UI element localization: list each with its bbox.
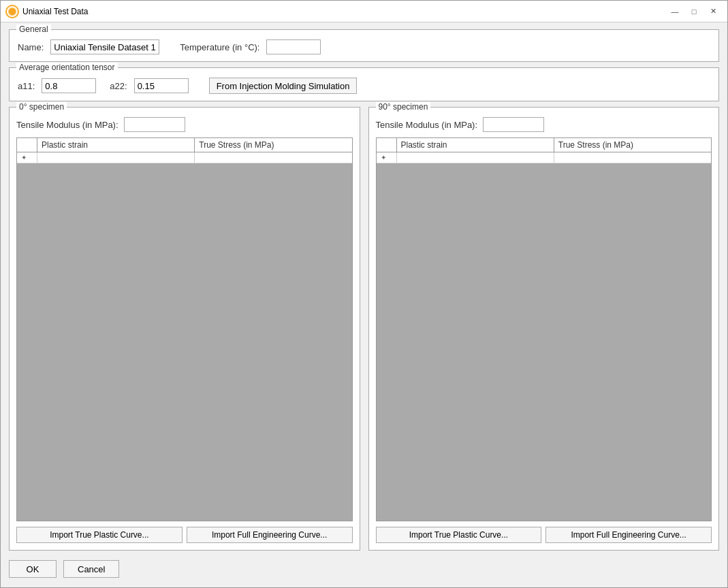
a22-input[interactable] xyxy=(134,78,189,93)
name-label: Name: xyxy=(18,42,44,52)
general-row: Name: Temperature (in °C): xyxy=(18,39,710,54)
specimen-90-label: 90° specimen xyxy=(376,102,431,112)
table-90-header: Plastic strain True Stress (in MPa) xyxy=(377,138,712,152)
orientation-section-label: Average orientation tensor xyxy=(16,63,118,72)
tensile-90-row: Tensile Modulus (in MPa): xyxy=(376,117,712,132)
app-icon xyxy=(6,5,18,18)
tensile-0-row: Tensile Modulus (in MPa): xyxy=(16,117,353,132)
th-90-stress: True Stress (in MPa) xyxy=(554,138,711,152)
th-0-stress: True Stress (in MPa) xyxy=(195,138,351,152)
a11-input[interactable] xyxy=(42,78,96,93)
a11-label: a11: xyxy=(18,81,35,91)
injection-molding-button[interactable]: From Injection Molding Simulation xyxy=(209,78,358,94)
td-0-1-num: ✦ xyxy=(17,152,37,163)
tensile-90-input[interactable] xyxy=(483,117,544,132)
orientation-section: Average orientation tensor a11: a22: Fro… xyxy=(9,67,719,101)
general-section-label: General xyxy=(16,24,51,34)
table-90-body xyxy=(377,163,712,521)
name-input[interactable] xyxy=(50,39,159,54)
th-0-num xyxy=(17,138,37,152)
td-90-1-stress xyxy=(554,152,711,163)
td-90-1-num: ✦ xyxy=(377,152,397,163)
import-90-row: Import True Plastic Curve... Import Full… xyxy=(376,527,712,543)
ok-button[interactable]: OK xyxy=(9,560,57,578)
import-true-plastic-0-button[interactable]: Import True Plastic Curve... xyxy=(16,527,183,543)
minimize-button[interactable]: — xyxy=(666,4,684,19)
main-window: Uniaxial Test Data — □ ✕ General Name: T… xyxy=(0,0,728,588)
import-true-plastic-90-button[interactable]: Import True Plastic Curve... xyxy=(376,527,542,543)
th-90-num xyxy=(377,138,397,152)
maximize-button[interactable]: □ xyxy=(685,4,703,19)
cancel-button[interactable]: Cancel xyxy=(63,560,119,578)
close-button[interactable]: ✕ xyxy=(704,4,722,19)
specimen-0-section: 0° specimen Tensile Modulus (in MPa): Pl… xyxy=(9,107,360,551)
import-full-engineering-0-button[interactable]: Import Full Engineering Curve... xyxy=(187,527,353,543)
footer: OK Cancel xyxy=(9,556,719,581)
specimen-0-label: 0° specimen xyxy=(16,102,67,112)
general-section: General Name: Temperature (in °C): xyxy=(9,29,719,62)
a22-label: a22: xyxy=(110,81,127,91)
tensile-90-label: Tensile Modulus (in MPa): xyxy=(376,120,478,130)
th-90-strain: Plastic strain xyxy=(397,138,554,152)
title-bar: Uniaxial Test Data — □ ✕ xyxy=(1,1,727,22)
temperature-label: Temperature (in °C): xyxy=(180,42,259,52)
table-0: Plastic strain True Stress (in MPa) ✦ xyxy=(16,137,353,521)
table-90: Plastic strain True Stress (in MPa) ✦ xyxy=(376,137,712,521)
th-0-strain: Plastic strain xyxy=(37,138,195,152)
temperature-input[interactable] xyxy=(266,39,321,54)
import-0-row: Import True Plastic Curve... Import Full… xyxy=(16,527,353,543)
orientation-row: a11: a22: From Injection Molding Simulat… xyxy=(18,78,710,94)
tensile-0-input[interactable] xyxy=(124,117,185,132)
specimens-container: 0° specimen Tensile Modulus (in MPa): Pl… xyxy=(9,107,719,551)
window-controls: — □ ✕ xyxy=(666,4,722,19)
td-0-1-strain xyxy=(37,152,195,163)
specimen-90-section: 90° specimen Tensile Modulus (in MPa): P… xyxy=(368,107,720,551)
table-0-header: Plastic strain True Stress (in MPa) xyxy=(17,138,352,152)
table-row-0-1: ✦ xyxy=(17,152,352,163)
import-full-engineering-90-button[interactable]: Import Full Engineering Curve... xyxy=(545,527,712,543)
td-90-1-strain xyxy=(397,152,554,163)
table-0-body xyxy=(17,163,352,521)
main-content: General Name: Temperature (in °C): Avera… xyxy=(1,22,727,587)
table-row-90-1: ✦ xyxy=(377,152,712,163)
window-title: Uniaxial Test Data xyxy=(22,7,666,16)
tensile-0-label: Tensile Modulus (in MPa): xyxy=(16,120,118,130)
td-0-1-stress xyxy=(195,152,351,163)
